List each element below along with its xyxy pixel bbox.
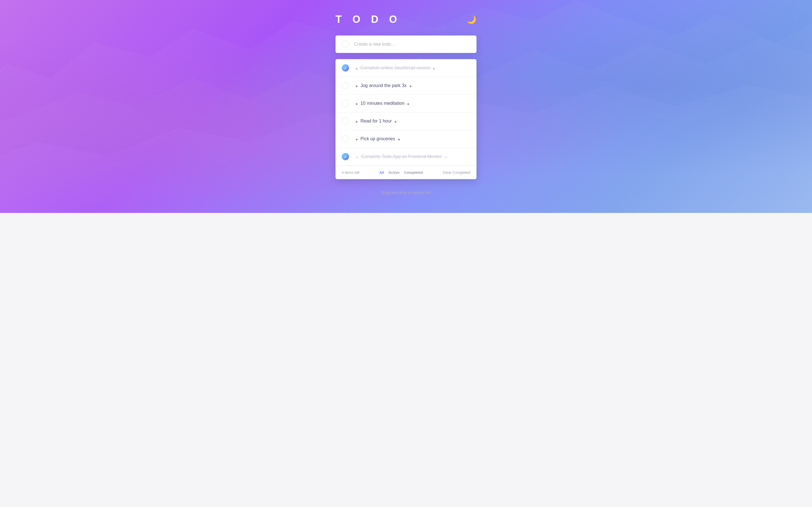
- todo-checkbox-1[interactable]: [342, 64, 349, 71]
- bullet-4: ◆: [356, 120, 358, 123]
- todo-text-3: ◆ 10 minutes meditation ◆: [354, 101, 470, 106]
- bullet-3: ◆: [356, 102, 358, 105]
- bullet-1-end: ◆: [433, 67, 435, 70]
- todo-text-2: ◆ Jog around the park 3x ◆: [354, 83, 470, 88]
- items-left: 4 items left: [342, 170, 359, 175]
- bullet-6: ♡: [356, 155, 359, 159]
- todo-checkbox-3[interactable]: [342, 100, 349, 107]
- todo-text-1: ◆ Complete online JavaScript course ◆: [354, 65, 470, 70]
- todo-checkbox-2[interactable]: [342, 82, 349, 89]
- filter-active-button[interactable]: Active: [389, 170, 400, 175]
- todo-checkbox-6[interactable]: [342, 153, 349, 160]
- new-todo-container: [336, 36, 476, 53]
- todo-footer: 4 items left All Active Completed Clear …: [336, 166, 476, 179]
- todo-checkbox-5[interactable]: [342, 135, 349, 143]
- app-container: T O D O 🌙 ◆ Complete online JavaScript c…: [330, 0, 482, 212]
- filter-completed-button[interactable]: Completed: [404, 170, 423, 175]
- bullet-5-end: ◆: [398, 138, 400, 141]
- bullet-6-end: ♡: [444, 155, 447, 159]
- todo-text-4: ◆ Read for 1 hour ◆: [354, 119, 470, 124]
- new-todo-checkbox[interactable]: [342, 41, 349, 48]
- theme-toggle-icon[interactable]: 🌙: [467, 15, 476, 24]
- todo-item[interactable]: ◆ Read for 1 hour ◆: [336, 112, 476, 130]
- todo-item[interactable]: ◆ Pick up groceries ◆: [336, 130, 476, 148]
- clear-completed-button[interactable]: Clear Completed: [443, 170, 470, 175]
- todo-text-5: ◆ Pick up groceries ◆: [354, 136, 470, 142]
- todo-item[interactable]: ◆ Complete online JavaScript course ◆: [336, 59, 476, 77]
- page-background: [0, 213, 812, 507]
- todo-list: ◆ Complete online JavaScript course ◆ ◆ …: [336, 59, 476, 179]
- app-title: T O D O: [336, 13, 401, 25]
- todo-text-6: ♡ Complete Todo App on Frontend Mentor ♡: [354, 154, 470, 159]
- todo-item[interactable]: ◆ 10 minutes meditation ◆: [336, 95, 476, 112]
- filter-all-button[interactable]: All: [379, 170, 384, 175]
- bullet-2: ◆: [356, 84, 358, 88]
- todo-item[interactable]: ♡ Complete Todo App on Frontend Mentor ♡: [336, 148, 476, 166]
- bullet-4-end: ◆: [395, 120, 397, 123]
- filter-buttons: All Active Completed: [379, 170, 423, 175]
- todo-item[interactable]: ◆ Jog around the park 3x ◆: [336, 77, 476, 95]
- new-todo-input[interactable]: [354, 42, 470, 47]
- bullet-3-end: ◆: [407, 102, 409, 105]
- bullet-5: ◆: [356, 138, 358, 141]
- todo-checkbox-4[interactable]: [342, 117, 349, 125]
- bullet-2-end: ◆: [409, 84, 412, 88]
- app-header: T O D O 🌙: [336, 0, 476, 36]
- drag-hint: Drag and drop to reorder list: [336, 190, 476, 212]
- bullet-1: ◆: [356, 67, 358, 70]
